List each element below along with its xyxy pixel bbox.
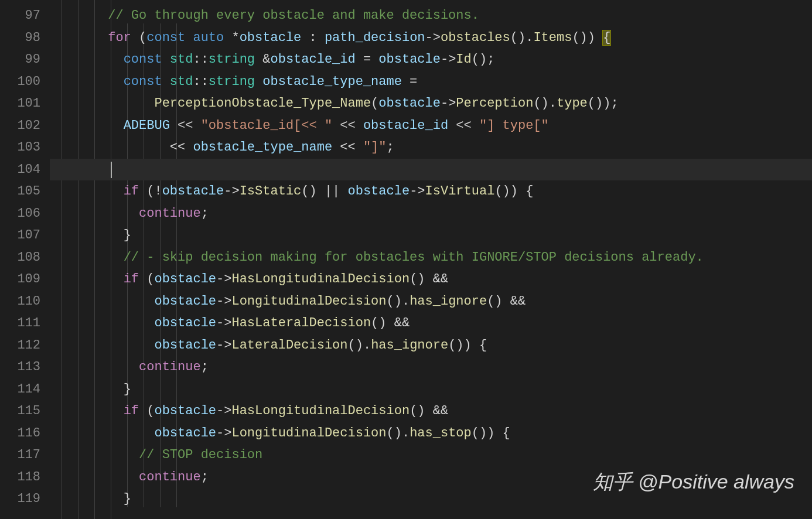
code-token: : bbox=[301, 30, 325, 45]
code-token: if bbox=[124, 404, 139, 418]
line-number: 107 bbox=[0, 224, 40, 247]
code-line[interactable]: for (const auto *obstacle : path_decisio… bbox=[50, 27, 812, 49]
code-token: -> bbox=[216, 294, 231, 309]
code-line[interactable]: } bbox=[50, 378, 812, 401]
code-line[interactable]: const std::string &obstacle_id = obstacl… bbox=[50, 49, 812, 71]
code-line[interactable]: continue; bbox=[50, 466, 812, 489]
code-token: obstacle_id bbox=[363, 118, 448, 133]
code-token: // STOP decision bbox=[139, 448, 262, 462]
code-token: string bbox=[209, 74, 255, 89]
line-number: 113 bbox=[0, 356, 40, 378]
code-line[interactable]: continue; bbox=[50, 203, 812, 225]
code-editor[interactable]: 9798991001011021031041051061071081091101… bbox=[0, 0, 812, 519]
code-token: obstacle bbox=[162, 184, 224, 199]
code-token: has_ignore bbox=[410, 294, 487, 309]
code-token: (). bbox=[387, 294, 410, 309]
code-token: const bbox=[124, 74, 162, 89]
code-token: "] type[" bbox=[479, 118, 549, 133]
code-token bbox=[185, 30, 193, 45]
code-line[interactable]: PerceptionObstacle_Type_Name(obstacle->P… bbox=[50, 93, 812, 115]
code-token: string bbox=[209, 52, 255, 67]
line-number: 112 bbox=[0, 334, 40, 357]
line-number: 98 bbox=[0, 27, 40, 49]
code-token: LongitudinalDecision bbox=[231, 426, 386, 441]
code-token: obstacle bbox=[378, 52, 441, 67]
code-token: = bbox=[356, 52, 379, 67]
code-token: obstacle bbox=[154, 316, 216, 330]
code-line[interactable]: const std::string obstacle_type_name = bbox=[50, 71, 812, 93]
code-token: has_stop bbox=[410, 426, 472, 441]
line-number: 119 bbox=[0, 488, 40, 510]
code-line[interactable]: // - skip decision making for obstacles … bbox=[50, 247, 812, 269]
code-line[interactable]: obstacle->LateralDecision().has_ignore()… bbox=[50, 334, 812, 357]
code-line[interactable]: continue; bbox=[50, 356, 812, 378]
code-line[interactable]: if (obstacle->HasLongitudinalDecision() … bbox=[50, 400, 812, 422]
code-token: obstacle bbox=[154, 294, 216, 309]
code-token: ()) { bbox=[494, 184, 533, 199]
code-token: (); bbox=[472, 52, 495, 67]
code-area[interactable]: // Go through every obstacle and make de… bbox=[50, 0, 812, 519]
code-token: & bbox=[255, 52, 270, 67]
code-token: << bbox=[332, 140, 363, 155]
line-number: 115 bbox=[0, 400, 40, 422]
code-token: ; bbox=[201, 206, 209, 221]
code-token: * bbox=[224, 30, 239, 45]
code-line[interactable] bbox=[50, 159, 812, 181]
code-token: const bbox=[146, 30, 185, 45]
code-token: obstacle bbox=[378, 96, 441, 111]
code-line[interactable]: } bbox=[50, 224, 812, 247]
code-token: -> bbox=[425, 30, 441, 45]
code-token: << bbox=[170, 140, 193, 155]
code-token: obstacle bbox=[154, 426, 216, 441]
code-token: (). bbox=[387, 426, 410, 441]
line-number: 99 bbox=[0, 49, 40, 71]
code-token: } bbox=[124, 228, 131, 243]
code-token: LateralDecision bbox=[231, 338, 347, 353]
code-line[interactable]: // STOP decision bbox=[50, 444, 812, 466]
code-line[interactable]: if (obstacle->HasLongitudinalDecision() … bbox=[50, 268, 812, 291]
code-token: LongitudinalDecision bbox=[231, 294, 386, 309]
code-token: continue bbox=[139, 470, 201, 484]
code-token: // - skip decision making for obstacles … bbox=[124, 250, 704, 265]
code-line[interactable]: obstacle->LongitudinalDecision().has_sto… bbox=[50, 422, 812, 445]
code-line[interactable]: } bbox=[50, 488, 812, 510]
code-token: obstacle bbox=[154, 338, 216, 353]
line-number: 117 bbox=[0, 444, 40, 466]
code-line[interactable]: ADEBUG << "obstacle_id[<< " << obstacle_… bbox=[50, 115, 812, 137]
code-line[interactable]: if (!obstacle->IsStatic() || obstacle->I… bbox=[50, 180, 812, 203]
code-token: () || bbox=[301, 184, 347, 199]
code-token: -> bbox=[216, 316, 231, 330]
code-token: -> bbox=[216, 338, 231, 353]
code-token: path_decision bbox=[325, 30, 425, 45]
code-token: HasLongitudinalDecision bbox=[231, 272, 410, 286]
code-line[interactable]: obstacle->HasLateralDecision() && bbox=[50, 312, 812, 334]
code-token: HasLongitudinalDecision bbox=[231, 404, 410, 418]
code-token: ()); bbox=[588, 96, 619, 111]
code-token bbox=[162, 52, 170, 67]
code-token: (). bbox=[348, 338, 371, 353]
code-token: IsStatic bbox=[240, 184, 302, 199]
line-number: 102 bbox=[0, 115, 40, 137]
code-token: ADEBUG bbox=[124, 118, 170, 133]
code-token: HasLateralDecision bbox=[231, 316, 371, 330]
code-line[interactable]: << obstacle_type_name << "]"; bbox=[50, 136, 812, 159]
line-number: 106 bbox=[0, 203, 40, 225]
code-token bbox=[255, 74, 262, 89]
code-token: obstacle_type_name bbox=[262, 74, 402, 89]
line-number: 118 bbox=[0, 466, 40, 489]
line-number: 111 bbox=[0, 312, 40, 334]
code-token: obstacle bbox=[348, 184, 410, 199]
code-token: has_ignore bbox=[371, 338, 448, 353]
code-token: obstacle_id bbox=[270, 52, 355, 67]
line-number: 105 bbox=[0, 180, 40, 203]
code-line[interactable]: // Go through every obstacle and make de… bbox=[50, 5, 812, 27]
code-token: std bbox=[170, 74, 193, 89]
code-token: "]" bbox=[363, 140, 387, 155]
code-token: continue bbox=[139, 206, 201, 221]
code-line[interactable]: obstacle->LongitudinalDecision().has_ign… bbox=[50, 291, 812, 313]
line-number: 114 bbox=[0, 378, 40, 401]
code-token: std bbox=[170, 52, 193, 67]
code-token: } bbox=[124, 382, 131, 397]
code-token: () && bbox=[410, 404, 448, 418]
code-token: if bbox=[124, 272, 139, 286]
